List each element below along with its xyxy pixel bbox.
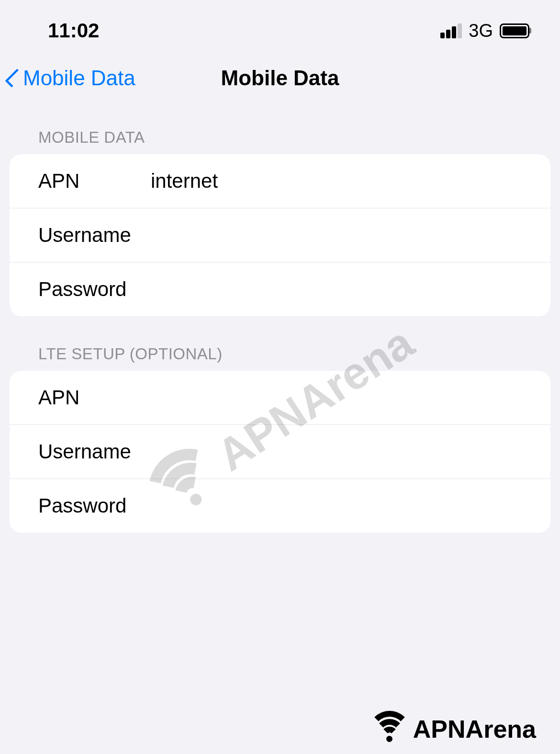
lte-apn-input[interactable] [151,386,531,409]
mobile-data-section: Mobile Data APN Username Password [10,128,550,316]
apn-input[interactable] [151,170,531,193]
lte-password-input[interactable] [151,494,531,517]
lte-username-label: Username [38,440,151,463]
navigation-bar: Mobile Data Mobile Data [0,57,560,114]
username-input[interactable] [151,224,531,247]
password-input[interactable] [151,278,531,301]
password-row[interactable]: Password [10,263,550,316]
section-body-lte: APN Username Password [10,371,550,533]
section-body-mobile-data: APN Username Password [10,154,550,316]
username-row[interactable]: Username [10,208,550,263]
lte-apn-label: APN [38,386,151,409]
apn-row[interactable]: APN [10,154,550,208]
lte-apn-row[interactable]: APN [10,371,550,425]
status-time: 11:02 [48,19,99,42]
chevron-left-icon [5,69,24,88]
section-header-lte: LTE Setup (Optional) [10,345,550,371]
lte-password-label: Password [38,494,151,517]
section-header-mobile-data: Mobile Data [10,128,550,154]
page-title: Mobile Data [221,66,339,90]
username-label: Username [38,224,151,247]
lte-username-input[interactable] [151,440,531,463]
signal-icon [440,23,462,38]
brand-text: APNArena [413,715,536,743]
battery-icon [500,23,531,38]
status-bar: 11:02 3G [0,0,560,57]
status-indicators: 3G [440,21,531,41]
brand-logo: APNArena [368,715,536,743]
lte-password-row[interactable]: Password [10,479,550,533]
back-button-label: Mobile Data [23,66,135,90]
lte-setup-section: LTE Setup (Optional) APN Username Passwo… [10,345,550,533]
network-type-label: 3G [469,21,493,41]
apn-label: APN [38,170,151,193]
lte-username-row[interactable]: Username [10,425,550,479]
wifi-icon [368,711,411,742]
back-button[interactable]: Mobile Data [10,66,135,90]
password-label: Password [38,278,151,301]
